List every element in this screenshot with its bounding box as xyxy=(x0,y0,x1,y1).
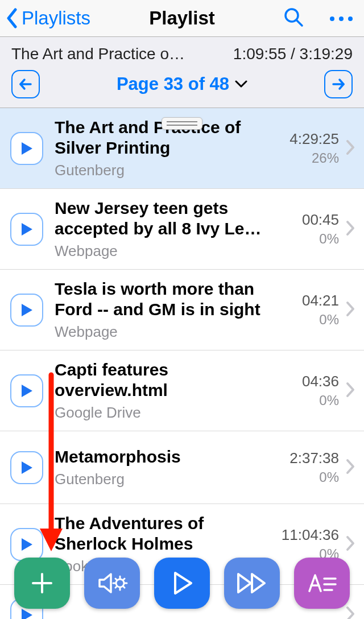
play-icon xyxy=(20,222,34,237)
arrow-right-icon xyxy=(331,77,346,92)
chevron-right-icon xyxy=(346,139,355,155)
item-percent: 0% xyxy=(302,393,339,408)
item-source: Gutenberg xyxy=(55,162,285,179)
list-item[interactable]: New Jersey teen gets accepted by all 8 I… xyxy=(0,189,364,270)
back-button[interactable]: Playlists xyxy=(6,0,90,36)
navigation-bar: Playlists Playlist xyxy=(0,0,364,37)
row-play-button[interactable] xyxy=(10,294,43,327)
item-source: Webpage xyxy=(55,242,297,260)
play-button[interactable] xyxy=(154,558,210,609)
item-percent: 26% xyxy=(289,150,339,166)
item-source: Gutenberg xyxy=(55,471,285,488)
svg-line-1 xyxy=(297,20,302,26)
play-icon xyxy=(20,460,34,475)
add-button[interactable] xyxy=(14,558,70,609)
page-title: Playlist xyxy=(149,7,215,29)
item-duration: 2:37:38 xyxy=(289,449,339,467)
chevron-right-icon xyxy=(346,382,355,398)
item-percent: 0% xyxy=(302,231,339,247)
play-icon xyxy=(20,537,34,552)
disclosure-indicator xyxy=(346,139,355,158)
item-title: The Adventures of Sherlock Holmes xyxy=(55,513,271,554)
item-title: Capti features overview.html xyxy=(55,360,271,401)
play-icon xyxy=(20,141,34,156)
item-duration: 04:36 xyxy=(302,373,339,390)
chevron-right-icon xyxy=(346,301,355,317)
item-source: Webpage xyxy=(55,323,297,341)
svg-line-14 xyxy=(123,587,125,588)
plus-icon xyxy=(28,570,56,597)
item-title: Metamorphosis xyxy=(55,447,271,467)
search-button[interactable] xyxy=(283,7,304,30)
svg-point-0 xyxy=(286,9,298,22)
svg-line-15 xyxy=(123,579,125,580)
fast-forward-icon xyxy=(236,572,268,595)
item-duration: 11:04:36 xyxy=(282,526,339,544)
now-playing-time: 1:09:55 / 3:19:29 xyxy=(233,45,353,63)
row-play-button[interactable] xyxy=(10,213,43,246)
page-indicator[interactable]: Page 33 of 48 xyxy=(40,74,324,94)
row-play-button[interactable] xyxy=(10,132,43,165)
item-duration: 00:45 xyxy=(302,211,339,229)
drag-handle[interactable] xyxy=(162,117,202,130)
arrow-left-icon xyxy=(18,77,33,92)
search-icon xyxy=(283,7,304,27)
play-icon xyxy=(169,571,195,596)
item-percent: 0% xyxy=(302,312,339,328)
play-icon xyxy=(20,303,34,317)
speaker-gear-icon xyxy=(96,570,128,597)
text-lines-icon xyxy=(307,572,337,595)
disclosure-indicator xyxy=(346,459,355,477)
list-item[interactable]: Tesla is worth more than Ford -- and GM … xyxy=(0,270,364,350)
next-page-button[interactable] xyxy=(324,70,353,98)
item-title: New Jersey teen gets accepted by all 8 I… xyxy=(55,198,271,239)
item-title: Tesla is worth more than Ford -- and GM … xyxy=(55,279,271,320)
svg-marker-5 xyxy=(40,529,63,551)
ellipsis-icon xyxy=(330,16,334,21)
item-percent: 0% xyxy=(289,469,339,485)
disclosure-indicator xyxy=(346,220,355,238)
chevron-right-icon xyxy=(346,220,355,236)
back-label: Playlists xyxy=(22,7,90,29)
item-source: Google Drive xyxy=(55,404,297,422)
chevron-left-icon xyxy=(6,8,18,28)
text-view-button[interactable] xyxy=(294,558,350,609)
play-icon xyxy=(20,383,34,398)
fast-forward-button[interactable] xyxy=(224,558,280,609)
disclosure-indicator xyxy=(346,535,355,554)
chevron-right-icon xyxy=(346,459,355,474)
disclosure-indicator xyxy=(346,382,355,400)
grip-icon xyxy=(167,121,197,122)
play-icon xyxy=(20,608,34,620)
item-duration: 4:29:25 xyxy=(289,130,339,148)
now-playing-title: The Art and Practice o… xyxy=(11,45,185,63)
disclosure-indicator xyxy=(346,301,355,319)
audio-settings-button[interactable] xyxy=(84,558,140,609)
svg-line-16 xyxy=(115,587,117,588)
svg-line-13 xyxy=(115,579,117,580)
chevron-right-icon xyxy=(346,535,355,551)
now-playing-header: The Art and Practice o… 1:09:55 / 3:19:2… xyxy=(0,37,364,108)
chevron-down-icon xyxy=(235,80,247,88)
item-duration: 04:21 xyxy=(302,292,339,310)
annotation-arrow xyxy=(34,372,68,554)
prev-page-button[interactable] xyxy=(11,70,40,98)
more-button[interactable] xyxy=(325,13,353,23)
bottom-toolbar xyxy=(0,558,364,609)
